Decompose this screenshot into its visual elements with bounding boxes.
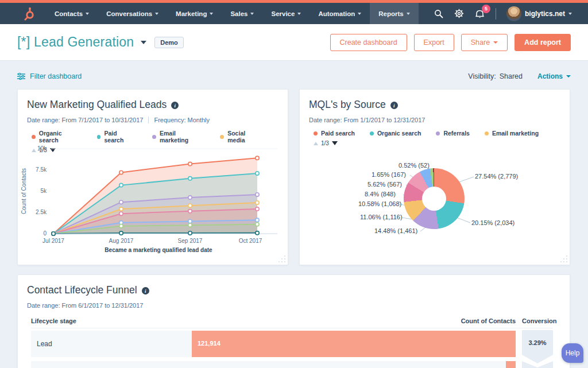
conversion-value: 3.29% — [528, 339, 546, 363]
legend-pager: 1/3 — [300, 137, 570, 146]
pager-down-icon[interactable] — [332, 141, 338, 145]
legend-item[interactable]: Social media — [220, 130, 264, 144]
legend-dot-icon — [97, 135, 101, 139]
chart-legend: Paid searchOrganic searchReferralsEmail … — [300, 123, 570, 137]
legend-item[interactable]: Paid search — [97, 130, 138, 144]
search-icon[interactable] — [434, 9, 444, 19]
chevron-down-icon — [568, 13, 572, 15]
account-menu[interactable]: biglytics.net — [506, 6, 572, 21]
nav-item-label: Reports — [378, 10, 403, 17]
filter-dashboard-link[interactable]: Filter dashboard — [17, 72, 82, 80]
chevron-down-icon — [86, 13, 89, 15]
nav-item-reports[interactable]: Reports — [370, 3, 418, 24]
nav-menu: Contacts Conversations Marketing Sales S… — [46, 3, 419, 24]
svg-text:5k: 5k — [40, 188, 47, 194]
legend-dot-icon — [436, 131, 440, 135]
funnel-row-lead[interactable]: Lead 121,914 — [31, 331, 516, 357]
pie-label: 20.15% (2,034) — [471, 219, 514, 226]
legend-item[interactable]: Organic search — [32, 130, 82, 144]
date-range-label: Date range: From 6/1/2017 to 12/31/2017 — [27, 302, 143, 309]
info-icon[interactable]: i — [171, 102, 179, 109]
add-report-button[interactable]: Add report — [514, 34, 571, 51]
resize-grip-icon[interactable] — [560, 255, 568, 263]
legend-item[interactable]: Organic search — [370, 130, 421, 137]
funnel-bar[interactable]: 121,914 — [192, 331, 516, 357]
filter-bar-right: Visibility: Shared Actions — [468, 72, 571, 80]
column-header-count-of-contacts: Count of Contacts — [454, 317, 516, 324]
resize-grip-icon[interactable] — [278, 255, 286, 263]
notifications-bell-icon[interactable]: 5 — [475, 9, 485, 19]
chevron-down-icon — [493, 41, 498, 44]
card-mqls-by-source: MQL's by Source i Date range: From 1/1/2… — [299, 89, 570, 265]
visibility-label: Visibility: — [468, 72, 496, 80]
legend-label: Paid search — [321, 130, 355, 137]
create-dashboard-button[interactable]: Create dashboard — [330, 34, 407, 51]
info-icon[interactable]: i — [390, 102, 398, 109]
nav-item-marketing[interactable]: Marketing — [167, 3, 222, 24]
legend-label: Email marketing — [160, 130, 205, 144]
nav-item-sales[interactable]: Sales — [222, 3, 262, 24]
visibility-value: Shared — [500, 72, 523, 80]
svg-text:Oct 2017: Oct 2017 — [239, 238, 262, 244]
pie-label: 14.48% (1,461) — [374, 227, 417, 234]
account-name: biglytics.net — [525, 10, 565, 18]
table-divider — [31, 328, 553, 328]
top-nav-bar: Contacts Conversations Marketing Sales S… — [0, 3, 588, 24]
pie-label: 11.06% (1,116) — [360, 214, 403, 220]
pie-label: 1.65% (167) — [372, 171, 406, 178]
svg-text:0: 0 — [43, 230, 47, 237]
card-title: MQL's by Source — [309, 99, 386, 111]
info-icon[interactable]: i — [142, 287, 149, 295]
notification-count-badge: 5 — [482, 5, 490, 13]
dashboard-select-caret-icon[interactable] — [141, 41, 146, 44]
filter-icon — [17, 73, 25, 80]
legend-item[interactable]: Referrals — [436, 130, 470, 137]
card-title: Contact Lifecycle Funnel — [27, 284, 137, 296]
chevron-down-icon — [210, 13, 213, 15]
page-header: [*] Lead Generation Demo Create dashboar… — [0, 24, 588, 61]
chevron-down-icon — [407, 13, 410, 15]
nav-divider — [496, 8, 496, 20]
gear-icon[interactable] — [454, 9, 465, 19]
nav-item-automation[interactable]: Automation — [310, 3, 370, 24]
nav-item-label: Sales — [230, 10, 247, 17]
nav-item-label: Automation — [318, 10, 355, 17]
donut-chart[interactable] — [404, 168, 465, 229]
legend-dot-icon — [485, 131, 489, 135]
svg-text:Aug 2017: Aug 2017 — [109, 238, 134, 244]
funnel-bar[interactable] — [506, 361, 516, 368]
svg-text:10k: 10k — [37, 145, 47, 152]
legend-item[interactable]: Paid search — [314, 130, 355, 137]
nav-item-label: Conversations — [106, 10, 152, 17]
page-title: [*] Lead Generation — [17, 34, 134, 50]
svg-text:2.5k: 2.5k — [36, 209, 47, 215]
nav-item-conversations[interactable]: Conversations — [98, 3, 167, 24]
share-button[interactable]: Share — [461, 34, 508, 51]
chevron-down-icon — [155, 13, 158, 15]
nav-item-service[interactable]: Service — [262, 3, 310, 24]
help-button[interactable]: Help — [562, 343, 583, 363]
legend-item[interactable]: Email marketing — [485, 130, 539, 137]
share-button-label: Share — [471, 38, 490, 47]
pager-up-icon[interactable] — [314, 142, 318, 145]
frequency-label: Frequency: Monthly — [148, 117, 210, 123]
date-range-label: Date range: From 1/1/2017 to 12/31/2017 — [309, 117, 425, 123]
filter-dashboard-label: Filter dashboard — [30, 72, 82, 80]
filter-bar: Filter dashboard Visibility: Shared Acti… — [17, 68, 571, 85]
export-button[interactable]: Export — [414, 34, 454, 51]
actions-menu[interactable]: Actions — [537, 72, 571, 80]
nav-item-contacts[interactable]: Contacts — [46, 3, 98, 24]
header-actions: Create dashboard Export Share Add report — [330, 34, 571, 51]
svg-text:Sep 2017: Sep 2017 — [178, 238, 203, 244]
pie-label: 8.4% (848) — [365, 191, 396, 197]
legend-item[interactable]: Email marketing — [152, 130, 205, 144]
column-header-lifecycle-stage: Lifecycle stage — [31, 317, 76, 324]
nav-item-label: Service — [271, 10, 295, 17]
actions-label: Actions — [537, 72, 563, 80]
hubspot-logo[interactable] — [23, 7, 36, 21]
area-chart[interactable]: 02.5k5k7.5k10kJul 2017Aug 2017Sep 2017Oc… — [18, 145, 289, 257]
funnel-row-partial[interactable] — [31, 361, 516, 368]
legend-dot-icon — [152, 135, 156, 139]
card-subtitle: Date range: From 6/1/2017 to 12/31/2017 — [18, 296, 570, 309]
legend-label: Organic search — [39, 130, 82, 144]
